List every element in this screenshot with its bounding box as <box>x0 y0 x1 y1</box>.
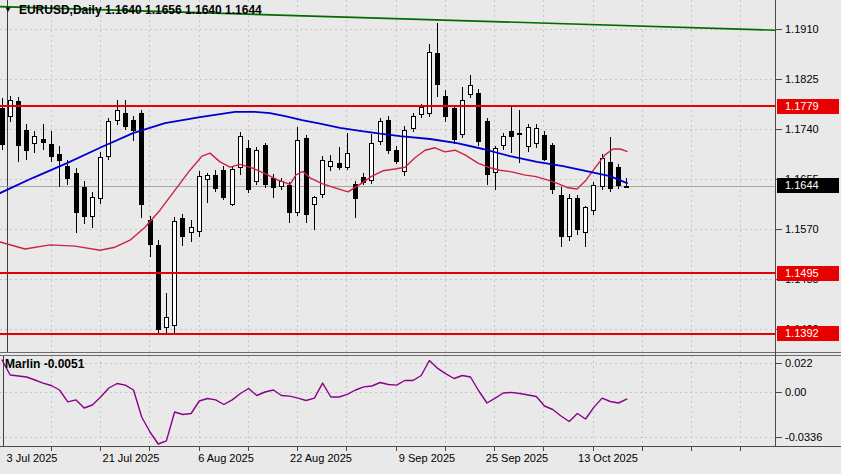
indicator-label: Marlin -0.0051 <box>5 357 84 371</box>
indicator-tick <box>776 363 782 364</box>
time-tick <box>297 447 298 451</box>
ma-blue-line <box>0 112 627 193</box>
time-tick <box>445 447 446 451</box>
time-tick <box>396 447 397 451</box>
chart-title-text: EURUSD,Daily 1.1640 1.1656 1.1640 1.1644 <box>19 3 262 17</box>
time-tick <box>149 447 150 451</box>
time-axis-label: 6 Aug 2025 <box>198 452 254 464</box>
level-price-badge: 1.1392 <box>777 326 839 341</box>
symbol-dropdown-icon[interactable]: ▼ <box>4 5 12 14</box>
time-axis-label: 25 Sep 2025 <box>486 452 548 464</box>
level-price-badge: 1.1495 <box>777 266 839 281</box>
indicator-axis-label: 0.022 <box>785 357 813 369</box>
indicator-tick <box>776 437 782 438</box>
indicator-panel[interactable]: Marlin -0.0051 <box>0 356 775 446</box>
price-axis-label: 1.1740 <box>785 123 819 135</box>
time-tick <box>248 447 249 451</box>
price-tick <box>776 29 782 30</box>
time-axis-label: 3 Jul 2025 <box>7 452 58 464</box>
time-tick <box>543 447 544 451</box>
time-axis[interactable]: 3 Jul 202521 Jul 20256 Aug 202522 Aug 20… <box>0 446 841 474</box>
price-axis-label: 1.1910 <box>785 23 819 35</box>
level-price-badge: 1.1779 <box>777 99 839 114</box>
indicator-axis-label: 0.00 <box>785 386 806 398</box>
price-chart-panel[interactable]: ▼EURUSD,Daily 1.1640 1.1656 1.1640 1.164… <box>0 0 775 352</box>
time-axis-label: 21 Jul 2025 <box>103 452 160 464</box>
time-axis-label: 13 Oct 2025 <box>578 452 638 464</box>
time-tick <box>740 447 741 451</box>
time-axis-label: 22 Aug 2025 <box>290 452 352 464</box>
price-tick <box>776 79 782 80</box>
price-tick <box>776 229 782 230</box>
price-tick <box>776 129 782 130</box>
indicator-axis-label: -0.0336 <box>785 431 822 443</box>
time-axis-label: 9 Sep 2025 <box>399 452 455 464</box>
time-tick <box>199 447 200 451</box>
price-axis-label: 1.1570 <box>785 223 819 235</box>
ma-crimson-line <box>0 148 627 250</box>
indicator-curve <box>0 356 775 446</box>
chart-window: ▼EURUSD,Daily 1.1640 1.1656 1.1640 1.164… <box>0 0 841 474</box>
time-tick <box>346 447 347 451</box>
time-tick <box>100 447 101 451</box>
time-tick <box>691 447 692 451</box>
time-tick <box>51 447 52 451</box>
time-tick <box>494 447 495 451</box>
price-axis[interactable]: 1.19101.18251.17401.16551.15701.14851.14… <box>775 0 841 446</box>
overlay-curves <box>0 0 775 352</box>
chart-title: ▼EURUSD,Daily 1.1640 1.1656 1.1640 1.164… <box>4 3 262 17</box>
time-tick <box>642 447 643 451</box>
marlin-line <box>2 360 627 444</box>
indicator-tick <box>776 392 782 393</box>
time-tick <box>593 447 594 451</box>
price-axis-label: 1.1825 <box>785 73 819 85</box>
current-price-badge: 1.1644 <box>777 178 839 193</box>
